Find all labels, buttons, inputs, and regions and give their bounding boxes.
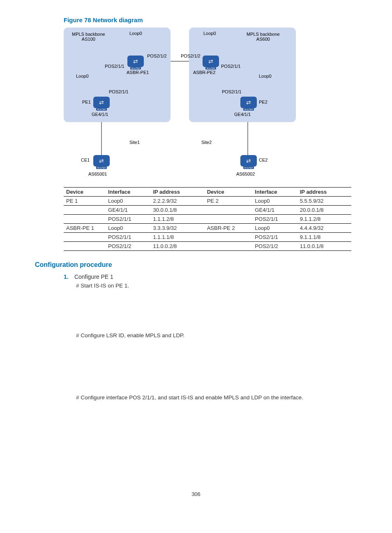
as-right-label: MPLS backbone AS600 <box>247 32 280 42</box>
loop0-label: Loop0 <box>259 74 272 79</box>
table-cell: POS2/1/1 <box>106 233 150 242</box>
as-left-label: MPLS backbone AS100 <box>72 32 105 42</box>
section-title: Configuration procedure <box>35 261 357 269</box>
table-cell: GE4/1/1 <box>252 206 297 215</box>
step-substep: # Start IS-IS on PE 1. <box>76 283 357 289</box>
table-cell: GE4/1/1 <box>106 206 150 215</box>
table-cell: PE 1 <box>64 197 106 206</box>
step-substep: # Configure interface POS 2/1/1, and sta… <box>76 394 357 401</box>
table-cell: Loop0 <box>252 224 297 233</box>
table-cell: 9.1.1.1/8 <box>297 233 351 242</box>
table-cell: 5.5.5.9/32 <box>297 197 351 206</box>
router-icon: ROUTER <box>93 155 110 167</box>
table-cell: Loop0 <box>252 197 297 206</box>
table-row: POS2/1/11.1.1.2/8POS2/1/19.1.1.2/8 <box>64 215 351 224</box>
th-interface: Interface <box>106 188 150 197</box>
pos212-label: POS2/1/2 <box>147 53 167 58</box>
th-ip: IP address <box>150 188 204 197</box>
table-cell: POS2/1/2 <box>106 242 150 251</box>
table-cell <box>64 242 106 251</box>
site1-label: Site1 <box>129 140 140 145</box>
pos212-label: POS2/1/2 <box>181 53 201 58</box>
table-cell: Loop0 <box>106 224 150 233</box>
th-device: Device <box>205 188 253 197</box>
loop0-label: Loop0 <box>129 31 142 36</box>
table-cell: 1.1.1.2/8 <box>150 215 204 224</box>
table-cell: 3.3.3.9/32 <box>150 224 204 233</box>
table-cell: 2.2.2.9/32 <box>150 197 204 206</box>
router-icon: ROUTER <box>203 56 219 67</box>
table-cell <box>64 215 106 224</box>
th-device: Device <box>64 188 106 197</box>
table-cell <box>64 206 106 215</box>
pos211-label: POS2/1/1 <box>109 89 129 94</box>
pos211-label: POS2/1/1 <box>105 64 125 69</box>
th-interface: Interface <box>252 188 297 197</box>
table-cell <box>205 206 253 215</box>
as65001-label: AS65001 <box>88 171 107 176</box>
asbr-pe1-label: ASBR-PE1 <box>127 70 149 75</box>
table-cell: Loop0 <box>106 197 150 206</box>
table-row: GE4/1/130.0.0.1/8GE4/1/120.0.0.1/8 <box>64 206 351 215</box>
table-cell: 1.1.1.1/8 <box>150 233 204 242</box>
ip-address-table: Device Interface IP address Device Inter… <box>64 187 351 251</box>
pos211-label: POS2/1/1 <box>222 89 242 94</box>
th-ip: IP address <box>297 188 351 197</box>
as65002-label: AS65002 <box>236 171 255 176</box>
table-cell <box>205 242 253 251</box>
asbr-pe2-label: ASBR-PE2 <box>193 70 215 75</box>
table-cell: 11.0.0.2/8 <box>150 242 204 251</box>
router-icon: ROUTER <box>93 97 110 108</box>
table-cell: POS2/1/2 <box>252 242 297 251</box>
router-icon: ROUTER <box>240 97 257 108</box>
table-cell <box>205 215 253 224</box>
step-text: Configure PE 1 <box>74 273 113 280</box>
step-substep: # Configure LSR ID, enable MPLS and LDP. <box>76 332 357 338</box>
table-cell: POS2/1/1 <box>252 215 297 224</box>
table-cell <box>205 233 253 242</box>
ge411-label: GE4/1/1 <box>92 112 108 117</box>
table-cell: POS2/1/1 <box>252 233 297 242</box>
table-cell: ASBR-PE 1 <box>64 224 106 233</box>
loop0-label: Loop0 <box>203 31 216 36</box>
loop0-label: Loop0 <box>76 74 89 79</box>
table-cell <box>64 233 106 242</box>
table-cell: 9.1.1.2/8 <box>297 215 351 224</box>
ge411-label: GE4/1/1 <box>234 112 251 117</box>
procedure-step: 1. Configure PE 1 <box>64 273 357 280</box>
table-cell: ASBR-PE 2 <box>205 224 253 233</box>
step-number: 1. <box>64 273 73 280</box>
router-icon: ROUTER <box>240 155 257 167</box>
page-number: 306 <box>35 491 357 497</box>
table-cell: 20.0.0.1/8 <box>297 206 351 215</box>
table-row: POS2/1/11.1.1.1/8POS2/1/19.1.1.1/8 <box>64 233 351 242</box>
table-cell: 30.0.0.1/8 <box>150 206 204 215</box>
table-header-row: Device Interface IP address Device Inter… <box>64 188 351 197</box>
site2-label: Site2 <box>201 140 212 145</box>
pos211-label: POS2/1/1 <box>221 64 241 69</box>
pe1-label: PE1 <box>82 100 91 104</box>
table-cell: 4.4.4.9/32 <box>297 224 351 233</box>
table-cell: 11.0.0.1/8 <box>297 242 351 251</box>
ce1-label: CE1 <box>81 158 90 162</box>
figure-title: Figure 78 Network diagram <box>64 16 357 23</box>
table-cell: POS2/1/1 <box>106 215 150 224</box>
table-row: PE 1Loop02.2.2.9/32PE 2Loop05.5.5.9/32 <box>64 197 351 206</box>
router-icon: ROUTER <box>127 56 144 67</box>
network-diagram: MPLS backbone AS100 MPLS backbone AS600 … <box>64 28 351 184</box>
table-row: POS2/1/211.0.0.2/8POS2/1/211.0.0.1/8 <box>64 242 351 251</box>
table-cell: PE 2 <box>205 197 253 206</box>
pe2-label: PE2 <box>259 100 267 104</box>
ce2-label: CE2 <box>259 158 267 162</box>
table-row: ASBR-PE 1Loop03.3.3.9/32ASBR-PE 2Loop04.… <box>64 224 351 233</box>
